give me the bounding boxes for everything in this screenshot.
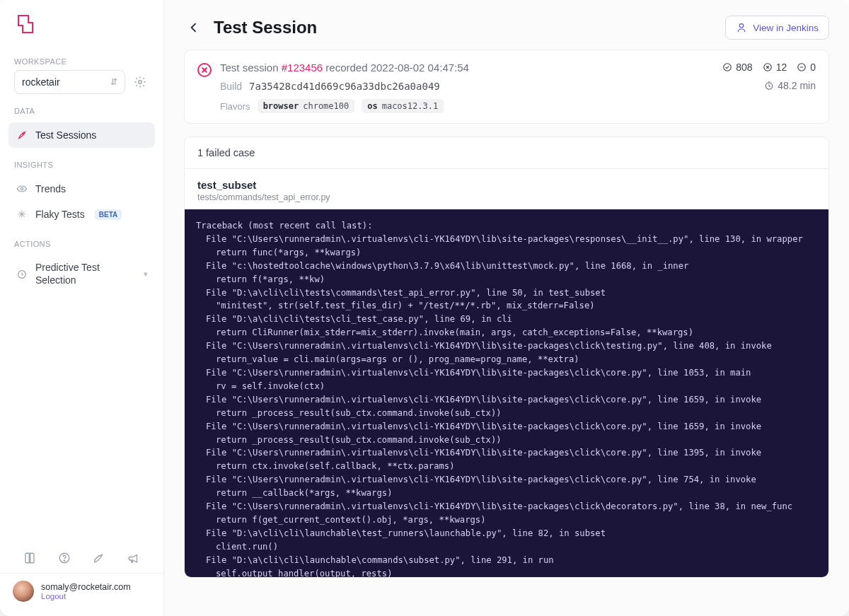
back-button[interactable]: [184, 18, 204, 37]
docs-button[interactable]: [22, 550, 37, 566]
trace-line: File "D:\a\cli\cli\launchable\test_runne…: [196, 527, 817, 540]
trace-line: self.output_handler(output, rests): [196, 567, 817, 577]
failed-header: 1 failed case: [185, 137, 828, 169]
rocket-icon: [16, 129, 28, 141]
check-circle-icon: [722, 62, 732, 72]
case-name: test_subset: [197, 179, 816, 191]
section-actions-label: ACTIONS: [0, 236, 163, 248]
build-hash: 7a35428cd41d669c96a33dbc26a0a049: [249, 81, 440, 92]
workspace-select[interactable]: rocketair ⇵: [14, 70, 125, 94]
count-skipped: 0: [797, 62, 816, 73]
nav-trends[interactable]: Trends: [8, 176, 155, 202]
trace-line: File "C:\Users\runneradmin\.virtualenvs\…: [196, 446, 817, 460]
failed-case-card: 1 failed case test_subset tests/commands…: [184, 136, 829, 578]
minus-circle-icon: [797, 62, 807, 72]
app-window: Workspace rocketair ⇵ DATA: [0, 0, 849, 616]
svg-point-6: [740, 24, 744, 28]
svg-point-5: [64, 560, 65, 561]
trace-line: File "C:\Users\runneradmin\.virtualenvs\…: [196, 393, 817, 407]
topbar: Test Session View in Jenkins: [164, 0, 849, 50]
beta-badge: BETA: [95, 209, 122, 220]
trace-line: return ctx.invoke(self.callback, **ctx.p…: [196, 460, 817, 473]
flavors-line: Flavors browser chrome100 os macos12.3.1: [220, 99, 469, 113]
duration: 48.2 min: [764, 80, 816, 91]
svg-point-1: [23, 133, 24, 134]
trace-line: File "C:\Users\runneradmin\.virtualenvs\…: [196, 233, 817, 246]
nav-predictive-label: Predictive Test Selection: [35, 262, 120, 286]
jenkins-icon: [736, 22, 747, 33]
page-title: Test Session: [214, 18, 317, 37]
trace-line: return f(get_current_context().obj, *arg…: [196, 513, 817, 527]
trace-line: return func(*args, **kwargs): [196, 246, 817, 260]
trace-line: File "C:\Users\runneradmin\.virtualenvs\…: [196, 366, 817, 380]
sidebar: Workspace rocketair ⇵ DATA: [0, 0, 164, 616]
workspace-value: rocketair: [22, 76, 60, 88]
view-in-jenkins-button[interactable]: View in Jenkins: [725, 16, 829, 40]
announce-button[interactable]: [126, 550, 142, 566]
workspace-label: Workspace: [14, 57, 149, 66]
nav-test-sessions-label: Test Sessions: [35, 129, 96, 141]
jenkins-label: View in Jenkins: [753, 23, 819, 33]
feedback-button[interactable]: [91, 550, 107, 566]
trace-line: return _process_result(sub_ctx.command.i…: [196, 434, 817, 447]
chevron-down-icon: ▾: [144, 269, 148, 279]
nav-flaky-label: Flaky Tests: [35, 209, 85, 220]
trace-line: File "C:\Users\runneradmin\.virtualenvs\…: [196, 500, 817, 513]
nav-test-sessions[interactable]: Test Sessions: [8, 122, 155, 148]
session-id[interactable]: #123456: [282, 62, 323, 74]
counts: 808 12 0: [722, 62, 816, 73]
trace-line: File "C:\Users\runneradmin\.virtualenvs\…: [196, 420, 817, 434]
trace-line: rv = self.invoke(ctx): [196, 380, 817, 393]
trace-line: return f(*args, **kw): [196, 273, 817, 286]
status-failed-icon: [197, 63, 212, 77]
trace-line: "minitest", str(self.test_files_dir) + "…: [196, 299, 817, 313]
count-failed: 12: [763, 62, 787, 73]
build-line: Build 7a35428cd41d669c96a33dbc26a0a049: [220, 81, 469, 92]
avatar[interactable]: [13, 581, 34, 602]
count-passed: 808: [722, 62, 752, 73]
trace-line: File "D:\a\cli\cli\tests\commands\test_a…: [196, 286, 817, 300]
trace-line: File "D:\a\cli\cli\tests\cli_test_case.p…: [196, 313, 817, 326]
session-title-line: Test session #123456 recorded 2022-08-02…: [220, 62, 469, 74]
logo[interactable]: [0, 13, 163, 47]
case-path: tests/commands/test_api_error.py: [197, 192, 816, 202]
flavor-pill-browser: browser chrome100: [258, 99, 355, 113]
trace-line: File "c:\hostedtoolcache\windows\python\…: [196, 260, 817, 273]
trace-line: client.run(): [196, 540, 817, 554]
logout-link[interactable]: Logout: [41, 592, 131, 600]
stopwatch-icon: [764, 81, 774, 91]
user-email: somaly@rocketair.com: [41, 582, 131, 592]
section-data-label: DATA: [0, 107, 163, 115]
bottom-toolbar: [0, 543, 163, 573]
updown-icon: ⇵: [110, 78, 117, 86]
user-row: somaly@rocketair.com Logout: [0, 573, 163, 609]
trace-line: File "D:\a\cli\cli\launchable\commands\s…: [196, 554, 817, 567]
x-circle-icon: [763, 62, 773, 72]
trace-line: return_value = cli.main(args=args or (),…: [196, 353, 817, 366]
trace-line: File "C:\Users\runneradmin\.virtualenvs\…: [196, 339, 817, 353]
snowflake-icon: ✳︎: [16, 208, 28, 221]
session-summary-card: Test session #123456 recorded 2022-08-02…: [184, 50, 829, 124]
svg-point-7: [724, 64, 732, 71]
nav-trends-label: Trends: [35, 183, 66, 194]
clock-icon: [16, 268, 28, 281]
help-button[interactable]: [57, 550, 72, 566]
trace-line: return __callback(*args, **kwargs): [196, 487, 817, 500]
nav-predictive[interactable]: Predictive Test Selection ▾: [8, 255, 155, 293]
trace-line: return _process_result(sub_ctx.command.i…: [196, 407, 817, 420]
recorded-at: 2022-08-02 04:47:54: [371, 62, 469, 74]
flavor-pill-os: os macos12.3.1: [362, 99, 444, 113]
section-insights-label: INSIGHTS: [0, 156, 163, 169]
trace-line: File "C:\Users\runneradmin\.virtualenvs\…: [196, 473, 817, 487]
trace-line: return CliRunner(mix_stderr=mix_stderr).…: [196, 326, 817, 339]
settings-button[interactable]: [131, 73, 149, 91]
svg-point-0: [139, 81, 142, 84]
trace-line: Traceback (most recent call last):: [196, 219, 817, 233]
traceback[interactable]: Traceback (most recent call last):File "…: [185, 209, 828, 577]
nav-flaky-tests[interactable]: ✳︎ Flaky Tests BETA: [8, 202, 155, 227]
main: Test Session View in Jenkins Test sessio…: [164, 0, 849, 616]
eye-icon: [16, 182, 28, 195]
svg-point-2: [21, 187, 23, 190]
